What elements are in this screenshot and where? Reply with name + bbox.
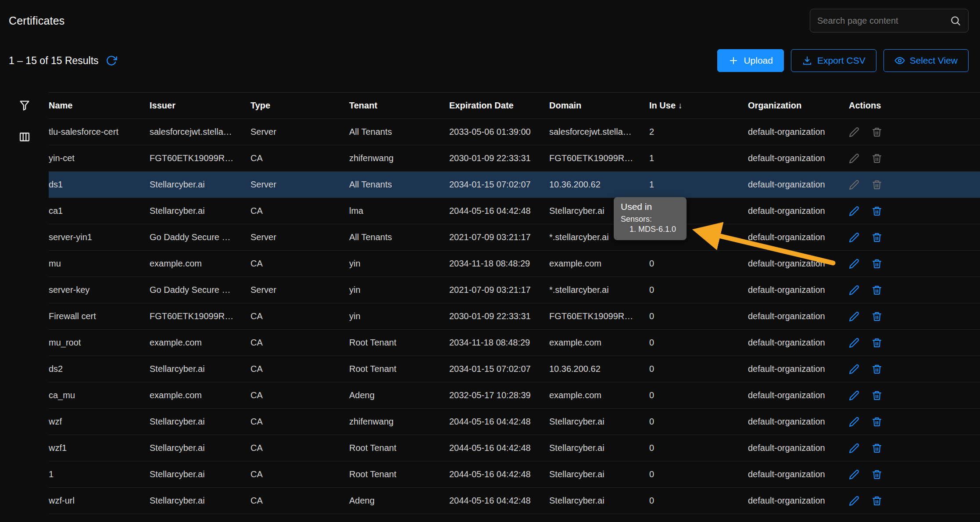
column-header-in-use[interactable]: In Use↓ [649,93,748,119]
edit-icon[interactable] [849,180,859,190]
delete-icon[interactable] [872,232,882,243]
delete-icon[interactable] [872,153,882,164]
column-header-organization[interactable]: Organization [748,93,849,119]
cell-organization: default-organization [748,145,849,172]
cell-tenant: yin [349,303,449,330]
table-row[interactable]: 1Stellarcyber.aiCARoot Tenant2044-05-16 … [49,461,980,488]
table-row[interactable]: wzf-urlStellarcyber.aiCAAdeng2044-05-16 … [49,488,980,514]
edit-icon[interactable] [849,206,859,216]
cell-in-use: 0 [649,356,748,382]
delete-icon[interactable] [872,127,882,137]
delete-icon[interactable] [872,496,882,506]
table-row[interactable]: tlu-salesforce-certsalesforcejwt.stella…… [49,119,980,145]
cell-issuer: Stellarcyber.ai [150,409,250,435]
export-csv-button-label: Export CSV [817,55,866,66]
delete-icon[interactable] [872,180,882,190]
search-icon[interactable] [950,15,961,26]
cell-domain: example.com [549,330,649,356]
edit-icon[interactable] [849,417,859,427]
column-header-issuer[interactable]: Issuer [150,93,250,119]
edit-icon[interactable] [849,127,859,137]
table-row[interactable]: ds2Stellarcyber.aiCARoot Tenant2034-01-1… [49,356,980,382]
cell-name: mu [49,251,150,277]
cell-issuer: Stellarcyber.ai [150,461,250,488]
search-input[interactable] [817,16,950,26]
upload-button-label: Upload [744,55,773,66]
cell-in-use: 0 [649,409,748,435]
select-view-button-label: Select View [910,55,958,66]
delete-icon[interactable] [872,443,882,454]
delete-icon[interactable] [872,311,882,322]
cell-tenant: Root Tenant [349,435,449,461]
cell-name: wzf1 [49,435,150,461]
cell-domain: Stellarcyber.ai [549,409,649,435]
plus-icon [728,55,739,66]
table-row[interactable]: muexample.comCAyin2034-11-18 08:48:29exa… [49,251,980,277]
edit-icon[interactable] [849,311,859,322]
cell-issuer: example.com [150,382,250,409]
column-header-tenant[interactable]: Tenant [349,93,449,119]
cell-organization: default-organization [748,119,849,145]
cell-type: Server [250,224,349,251]
edit-icon[interactable] [849,390,859,401]
filter-icon[interactable] [18,99,31,112]
table-row[interactable]: wzf1Stellarcyber.aiCARoot Tenant2044-05-… [49,435,980,461]
table-row[interactable]: ca1Stellarcyber.aiCAlma2044-05-16 04:42:… [49,198,980,224]
edit-icon[interactable] [849,338,859,348]
delete-icon[interactable] [872,417,882,427]
cell-issuer: salesforcejwt.stella… [150,119,250,145]
cell-expiration: 2021-07-09 03:21:17 [449,224,549,251]
edit-icon[interactable] [849,259,859,269]
cell-in-use: 0 [649,251,748,277]
column-header-type[interactable]: Type [250,93,349,119]
table-row[interactable]: server-yin1Go Daddy Secure …ServerAll Te… [49,224,980,251]
edit-icon[interactable] [849,364,859,374]
delete-icon[interactable] [872,206,882,216]
delete-icon[interactable] [872,259,882,269]
cell-organization: default-organization [748,488,849,514]
delete-icon[interactable] [872,338,882,348]
tooltip-title: Used in [621,202,680,212]
column-header-expiration-date[interactable]: Expiration Date [449,93,549,119]
column-header-domain[interactable]: Domain [549,93,649,119]
search-box[interactable] [810,9,969,32]
delete-icon[interactable] [872,364,882,374]
table-row[interactable]: yin-cetFGT60ETK19099R…CAzhifenwang2030-0… [49,145,980,172]
cell-in-use: 1 [649,145,748,172]
table-row[interactable]: ds1Stellarcyber.aiServerAll Tenants2034-… [49,172,980,198]
cell-actions [849,251,980,277]
upload-button[interactable]: Upload [717,49,784,72]
cell-actions [849,461,980,488]
cell-actions [849,172,980,198]
table-row[interactable]: mu_rootexample.comCARoot Tenant2034-11-1… [49,330,980,356]
edit-icon[interactable] [849,496,859,506]
cell-tenant: zhifenwang [349,145,449,172]
edit-icon[interactable] [849,153,859,164]
delete-icon[interactable] [872,285,882,295]
edit-icon[interactable] [849,469,859,480]
edit-icon[interactable] [849,285,859,295]
cell-issuer: FGT60ETK19099R… [150,303,250,330]
cell-organization: default-organization [748,409,849,435]
column-header-name[interactable]: Name [49,93,150,119]
table-row[interactable]: server-keyGo Daddy Secure …Serveryin2021… [49,277,980,303]
columns-icon[interactable] [18,131,31,143]
cell-expiration: 2034-11-18 08:48:29 [449,330,549,356]
used-in-tooltip: Used in Sensors: 1. MDS-6.1.0 [614,197,687,240]
select-view-button[interactable]: Select View [883,49,969,72]
delete-icon[interactable] [872,469,882,480]
edit-icon[interactable] [849,443,859,454]
refresh-icon[interactable] [106,55,117,66]
table-row[interactable]: Firewall certFGT60ETK19099R…CAyin2030-01… [49,303,980,330]
delete-icon[interactable] [872,390,882,401]
cell-issuer: Stellarcyber.ai [150,435,250,461]
cell-tenant: Adeng [349,488,449,514]
export-csv-button[interactable]: Export CSV [791,49,876,72]
table-row[interactable]: wzfStellarcyber.aiCAzhifenwang2044-05-16… [49,409,980,435]
edit-icon[interactable] [849,232,859,243]
cell-in-use: 0 [649,277,748,303]
table-row[interactable]: ca_muexample.comCAAdeng2032-05-17 10:28:… [49,382,980,409]
cell-name: ds2 [49,356,150,382]
tooltip-subtitle: Sensors: [621,215,680,224]
action-buttons: Upload Export CSV Select View [717,49,969,72]
